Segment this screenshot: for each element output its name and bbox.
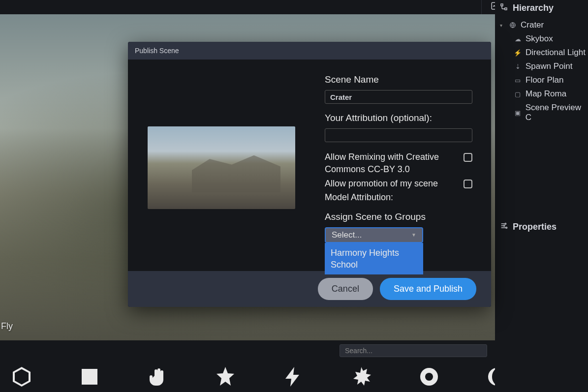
promotion-row: Allow promotion of my scene [325,178,472,190]
remix-label: Allow Remixing with Creative Commons CC-… [325,151,453,176]
publish-scene-dialog: Publish Scene Scene Name Your Attributio… [128,42,491,307]
promotion-checkbox[interactable] [464,180,472,188]
dialog-body: Scene Name Your Attribution (optional): … [128,60,491,271]
dialog-title: Publish Scene [128,42,491,60]
preview-column [148,74,295,261]
remix-row: Allow Remixing with Creative Commons CC-… [325,151,472,176]
groups-select[interactable]: Select... ▼ [325,227,423,243]
modal-overlay: Publish Scene Scene Name Your Attributio… [0,0,588,392]
save-publish-button[interactable]: Save and Publish [380,278,476,300]
dialog-footer: Cancel Save and Publish [128,271,491,307]
scene-preview-thumbnail [148,126,295,209]
remix-checkbox[interactable] [464,153,472,162]
groups-option[interactable]: Harmony Heights School [325,243,423,275]
model-attribution-label: Model Attribution: [325,192,472,203]
scene-name-input[interactable] [325,90,472,104]
scene-name-label: Scene Name [325,74,472,85]
cancel-button[interactable]: Cancel [318,278,373,300]
groups-dropdown: Harmony Heights School [325,243,423,275]
attribution-input[interactable] [325,128,472,142]
form-column: Scene Name Your Attribution (optional): … [325,74,472,261]
groups-select-wrap: Select... ▼ Harmony Heights School [325,227,472,243]
groups-label: Assign Scene to Groups [325,211,472,222]
promotion-label: Allow promotion of my scene [325,178,438,190]
groups-select-placeholder: Select... [332,230,362,240]
chevron-down-icon: ▼ [411,232,416,238]
attribution-label: Your Attribution (optional): [325,113,472,123]
